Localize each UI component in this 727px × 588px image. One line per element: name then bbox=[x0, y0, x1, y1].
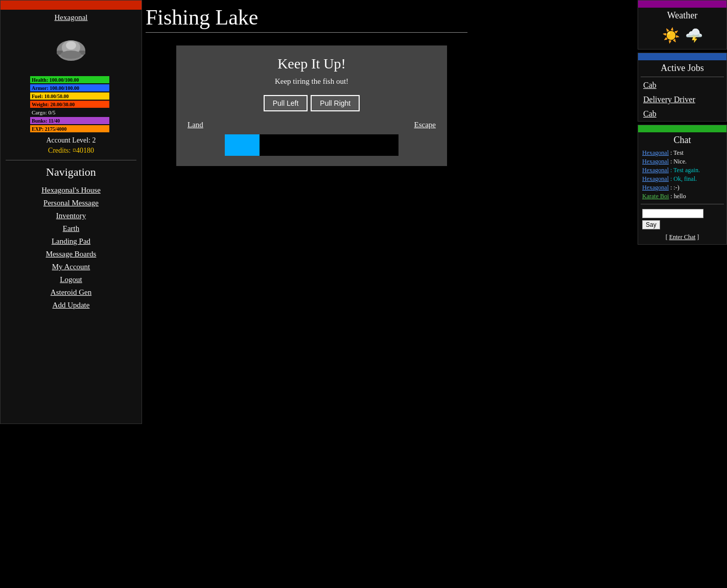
armor-bar-container: Armor: 100.00/100.00 bbox=[30, 84, 112, 91]
cargo-label: Cargo: 0/5 bbox=[30, 109, 112, 116]
avatar-area bbox=[1, 24, 142, 75]
chat-box: Chat Hexagonal : Test Hexagonal : Nice. … bbox=[638, 125, 727, 245]
chat-username-3[interactable]: Hexagonal bbox=[642, 167, 669, 174]
storm-icon: 🌩️ bbox=[685, 27, 703, 44]
chat-username-6[interactable]: Karate Boi bbox=[642, 193, 669, 200]
chat-text-5: : :-) bbox=[669, 184, 679, 191]
title-divider bbox=[146, 32, 467, 33]
nav-link-house[interactable]: Hexagonal's House bbox=[1, 184, 142, 197]
svg-point-5 bbox=[61, 51, 81, 59]
chat-input[interactable] bbox=[642, 209, 703, 218]
enter-chat-link[interactable]: Enter Chat bbox=[669, 233, 696, 241]
fishing-buttons: Pull Left Pull Right bbox=[186, 95, 437, 111]
chat-input-area: Say bbox=[638, 206, 726, 231]
sidebar-username: Hexagonal bbox=[1, 10, 142, 24]
chat-username-5[interactable]: Hexagonal bbox=[642, 184, 669, 191]
chat-message-6: Karate Boi : hello bbox=[638, 192, 726, 201]
active-jobs-box: Active Jobs Cab Delivery Driver Cab bbox=[638, 53, 727, 122]
job-link-cab-1[interactable]: Cab bbox=[638, 78, 726, 92]
armor-bar: Armor: 100.00/100.00 bbox=[30, 84, 109, 91]
chat-top-bar bbox=[638, 125, 726, 132]
username-link[interactable]: Hexagonal bbox=[55, 13, 88, 21]
chat-username-2[interactable]: Hexagonal bbox=[642, 158, 669, 165]
main-content: Fishing Lake Keep It Up! Keep tiring the… bbox=[146, 0, 478, 166]
chat-divider bbox=[641, 204, 724, 204]
chat-message-2: Hexagonal : Nice. bbox=[638, 157, 726, 166]
page-title-area: Fishing Lake bbox=[146, 0, 478, 45]
exp-bar: EXP: 2175/4000 bbox=[30, 125, 109, 132]
fishing-progress-bar bbox=[225, 134, 260, 156]
job-link-cab-2[interactable]: Cab bbox=[638, 107, 726, 121]
nav-title: Navigation bbox=[1, 162, 142, 184]
nav-link-personal-message[interactable]: Personal Message bbox=[1, 197, 142, 209]
chat-text-4: : Ok, final. bbox=[669, 175, 697, 182]
fishing-title: Keep It Up! bbox=[186, 56, 437, 72]
escape-link[interactable]: Escape bbox=[414, 121, 436, 129]
chat-text-2: : Nice. bbox=[669, 158, 687, 165]
pull-right-button[interactable]: Pull Right bbox=[311, 95, 360, 111]
chat-text-3: : Test again. bbox=[669, 167, 700, 174]
exp-bar-container: EXP: 2175/4000 bbox=[30, 125, 112, 132]
cargo-stat-container: Cargo: 0/5 bbox=[30, 109, 112, 116]
pull-left-button[interactable]: Pull Left bbox=[264, 95, 308, 111]
health-bar-container: Health: 100.00/100.00 bbox=[30, 76, 112, 83]
nav-link-asteroid-gen[interactable]: Asteroid Gen bbox=[1, 286, 142, 299]
chat-text-6: : hello bbox=[669, 193, 686, 200]
fishing-game-box: Keep It Up! Keep tiring the fish out! Pu… bbox=[176, 45, 447, 166]
chat-username-4[interactable]: Hexagonal bbox=[642, 175, 669, 182]
health-bar: Health: 100.00/100.00 bbox=[30, 76, 109, 83]
svg-point-2 bbox=[66, 41, 76, 50]
chat-message-5: Hexagonal : :-) bbox=[638, 183, 726, 192]
sidebar-top-bar bbox=[1, 1, 142, 10]
fuel-bar-container: Fuel: 10.00/50.00 bbox=[30, 92, 112, 100]
jobs-title: Active Jobs bbox=[638, 60, 726, 77]
chat-message-3: Hexagonal : Test again. bbox=[638, 166, 726, 175]
land-link[interactable]: Land bbox=[187, 121, 203, 129]
chat-message-1: Hexagonal : Test bbox=[638, 149, 726, 157]
chat-username-1[interactable]: Hexagonal bbox=[642, 149, 669, 156]
fishing-bottom-controls: Land Escape bbox=[186, 121, 437, 129]
nav-link-message-boards[interactable]: Message Boards bbox=[1, 248, 142, 261]
say-button[interactable]: Say bbox=[642, 220, 660, 229]
fishing-progress-area bbox=[225, 134, 398, 156]
nav-link-add-update[interactable]: Add Update bbox=[1, 299, 142, 312]
page-title: Fishing Lake bbox=[146, 5, 478, 30]
nav-link-inventory[interactable]: Inventory bbox=[1, 209, 142, 222]
chat-title: Chat bbox=[638, 132, 726, 149]
fuel-bar: Fuel: 10.00/50.00 bbox=[30, 92, 109, 100]
bunks-bar: Bunks: 11/40 bbox=[30, 117, 109, 124]
fishing-subtitle: Keep tiring the fish out! bbox=[186, 77, 437, 86]
jobs-divider bbox=[641, 77, 724, 77]
weight-bar: Weight: 20.00/30.00 bbox=[30, 101, 109, 108]
enter-chat-link-area: [ Enter Chat ] bbox=[638, 231, 726, 244]
sun-icon: ☀️ bbox=[662, 27, 680, 44]
left-sidebar: Hexagonal Health: 100.00/100.00 Armor: 1… bbox=[0, 0, 142, 424]
weather-top-bar bbox=[638, 1, 726, 8]
jobs-top-bar bbox=[638, 53, 726, 60]
weight-bar-container: Weight: 20.00/30.00 bbox=[30, 101, 112, 108]
chat-message-4: Hexagonal : Ok, final. bbox=[638, 175, 726, 183]
weather-box: Weather ☀️ 🌩️ bbox=[638, 0, 727, 50]
weather-icons: ☀️ 🌩️ bbox=[638, 23, 726, 49]
nav-divider bbox=[6, 160, 136, 160]
credits: Credits: ¤40180 bbox=[1, 147, 142, 155]
job-link-delivery-driver[interactable]: Delivery Driver bbox=[638, 92, 726, 107]
bunks-bar-container: Bunks: 11/40 bbox=[30, 117, 112, 124]
nav-link-logout[interactable]: Logout bbox=[1, 273, 142, 286]
nav-links: Hexagonal's House Personal Message Inven… bbox=[1, 184, 142, 312]
nav-link-my-account[interactable]: My Account bbox=[1, 261, 142, 273]
nav-link-earth[interactable]: Earth bbox=[1, 222, 142, 235]
chat-text-1: : Test bbox=[669, 149, 684, 156]
weather-title: Weather bbox=[638, 8, 726, 23]
right-sidebar: Weather ☀️ 🌩️ Active Jobs Cab Delivery D… bbox=[638, 0, 727, 245]
account-level: Account Level: 2 bbox=[1, 136, 142, 145]
avatar bbox=[51, 29, 91, 70]
nav-link-landing-pad[interactable]: Landing Pad bbox=[1, 235, 142, 248]
